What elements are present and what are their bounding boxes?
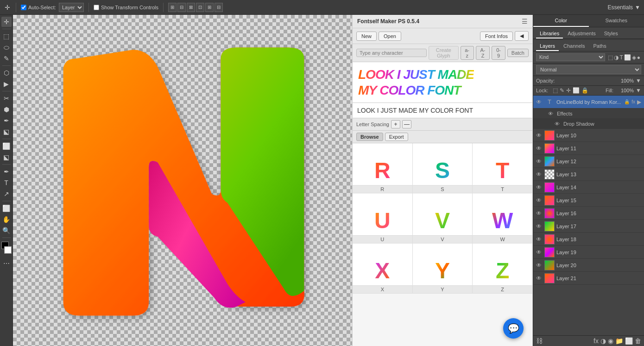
shape-tool[interactable]: ⬜: [1, 203, 12, 213]
filter-pixel-icon[interactable]: ⬚: [608, 54, 613, 61]
layer-mask-icon[interactable]: ◑: [600, 337, 606, 345]
crop-tool[interactable]: ⬡: [1, 68, 12, 78]
layer-select[interactable]: Layer: [59, 3, 84, 12]
magic-wand-tool[interactable]: ✎: [1, 53, 12, 64]
align-btn-4[interactable]: ⊡: [196, 3, 204, 12]
fontself-az-btn[interactable]: a-z: [461, 46, 474, 60]
layer-item-13[interactable]: 👁 Layer 13: [533, 168, 644, 181]
layer-item-17[interactable]: 👁 Layer 17: [533, 220, 644, 233]
fontself-browse-btn[interactable]: Browse: [356, 133, 383, 141]
glyph-cell-z[interactable]: Z: [473, 243, 532, 285]
clone-tool[interactable]: ✒: [1, 115, 12, 126]
glyph-cell-w[interactable]: W: [473, 193, 532, 235]
glyph-cell-u[interactable]: U: [353, 193, 413, 235]
tab-adjustments[interactable]: Adjustments: [564, 29, 600, 38]
layer-item-12[interactable]: 👁 Layer 12: [533, 155, 644, 168]
letter-spacing-minus-btn[interactable]: —: [402, 120, 411, 128]
filter-adjust-icon[interactable]: ◑: [614, 54, 619, 61]
fontself-collapse-btn[interactable]: ☰: [522, 18, 528, 25]
tab-swatches[interactable]: Swatches: [589, 15, 644, 27]
fontself-font-infos-btn[interactable]: Font Infos: [480, 32, 513, 41]
gradient-tool[interactable]: ⬜: [1, 141, 12, 151]
fontself-open-btn[interactable]: Open: [379, 32, 401, 41]
text-tool[interactable]: T: [1, 178, 12, 188]
tab-paths[interactable]: Paths: [590, 42, 610, 51]
layer-14-eye[interactable]: 👁: [536, 184, 543, 191]
layer-style-icon[interactable]: fx: [593, 337, 599, 345]
fontself-new-btn[interactable]: New: [356, 32, 377, 41]
layer-item-20[interactable]: 👁 Layer 20: [533, 259, 644, 272]
layer-17-eye[interactable]: 👁: [536, 223, 543, 230]
lock-paint-icon[interactable]: ✎: [560, 87, 564, 94]
lock-all-icon[interactable]: 🔒: [581, 87, 588, 94]
lasso-tool[interactable]: ⬭: [1, 42, 12, 52]
move-tool-icon[interactable]: ✛: [4, 3, 11, 12]
dodge-tool[interactable]: ⬕: [1, 152, 12, 162]
chat-bubble-btn[interactable]: 💬: [503, 318, 524, 339]
glyph-cell-t[interactable]: T: [473, 143, 532, 185]
fontself-batch-btn[interactable]: Batch: [507, 49, 529, 57]
filter-mask-icon[interactable]: ●: [637, 54, 640, 61]
glyph-cell-r[interactable]: R: [353, 143, 413, 185]
layer-13-eye[interactable]: 👁: [536, 171, 543, 178]
lock-move-icon[interactable]: ✛: [566, 87, 571, 94]
layer-visibility-eye[interactable]: 👁: [536, 99, 543, 105]
glyph-cell-x[interactable]: X: [353, 243, 413, 285]
layer-folder-icon[interactable]: 📁: [615, 337, 623, 345]
layer-item-19[interactable]: 👁 Layer 19: [533, 246, 644, 259]
layer-item-text[interactable]: 👁 T OnLineBold by Roman Kor... 🔒 fx ▶: [533, 96, 644, 109]
filter-type-icon[interactable]: T: [619, 54, 623, 61]
layer-15-eye[interactable]: 👁: [536, 197, 543, 204]
layer-link-icon[interactable]: ⛓: [536, 337, 543, 345]
fontself-az-upper-btn[interactable]: A-Z: [476, 46, 490, 60]
tab-libraries[interactable]: Libraries: [536, 29, 563, 38]
layer-item-21[interactable]: 👁 Layer 21: [533, 272, 644, 285]
layer-11-eye[interactable]: 👁: [536, 145, 543, 152]
background-color[interactable]: [4, 246, 12, 254]
heal-tool[interactable]: ✂: [1, 93, 12, 103]
lock-artboard-icon[interactable]: ⬜: [573, 87, 580, 94]
fontself-char-input[interactable]: [356, 49, 427, 57]
layer-21-eye[interactable]: 👁: [536, 275, 543, 282]
layer-delete-icon[interactable]: 🗑: [635, 337, 641, 345]
glyph-cell-s[interactable]: S: [413, 143, 473, 185]
layer-effects-item[interactable]: 👁 Effects: [533, 109, 644, 119]
layer-fx-label[interactable]: fx: [631, 99, 635, 104]
fontself-09-btn[interactable]: 0-9: [492, 46, 505, 60]
extra-tool-1[interactable]: ⋯: [1, 258, 12, 269]
layers-kind-select[interactable]: Kind: [536, 53, 605, 61]
filter-shape-icon[interactable]: ⬜: [624, 54, 631, 61]
layer-19-eye[interactable]: 👁: [536, 249, 543, 256]
eyedropper-tool[interactable]: ▶: [1, 79, 12, 89]
fontself-back-btn[interactable]: ◀: [515, 31, 529, 41]
layer-item-14[interactable]: 👁 Layer 14: [533, 181, 644, 194]
pen-tool[interactable]: ✒: [1, 167, 12, 177]
lock-transparency-icon[interactable]: ⬚: [553, 87, 558, 94]
glyph-grid[interactable]: R S T R S T U V: [353, 143, 532, 346]
tab-color[interactable]: Color: [533, 15, 589, 27]
layer-12-eye[interactable]: 👁: [536, 158, 543, 165]
auto-select-checkbox[interactable]: [21, 5, 26, 10]
effects-eye[interactable]: 👁: [548, 111, 553, 116]
layer-16-eye[interactable]: 👁: [536, 210, 543, 217]
fontself-text-input[interactable]: [353, 103, 532, 118]
fontself-export-btn[interactable]: Export: [385, 133, 408, 141]
align-btn-5[interactable]: ⊞: [205, 3, 214, 12]
glyph-cell-y[interactable]: Y: [413, 243, 473, 285]
layer-dropshadow-item[interactable]: 👁 Drop Shadow: [533, 119, 644, 129]
glyph-cell-v[interactable]: V: [413, 193, 473, 235]
align-btn-6[interactable]: ⊟: [215, 3, 223, 12]
dropshadow-eye[interactable]: 👁: [555, 121, 560, 127]
layers-list[interactable]: 👁 T OnLineBold by Roman Kor... 🔒 fx ▶ 👁 …: [533, 96, 644, 335]
tab-styles[interactable]: Styles: [600, 29, 622, 38]
layer-item-11[interactable]: 👁 Layer 11: [533, 142, 644, 155]
history-tool[interactable]: ⬕: [1, 127, 12, 137]
layer-10-eye[interactable]: 👁: [536, 132, 543, 139]
move-tool[interactable]: ✛: [1, 17, 12, 27]
layer-20-eye[interactable]: 👁: [536, 262, 543, 269]
tab-channels[interactable]: Channels: [560, 42, 588, 51]
fontself-create-glyph-btn[interactable]: Create Glyph: [429, 46, 459, 60]
layer-item-18[interactable]: 👁 Layer 18: [533, 233, 644, 246]
layer-item-10[interactable]: 👁 Layer 10: [533, 129, 644, 142]
align-btn-3[interactable]: ⊠: [187, 3, 195, 12]
